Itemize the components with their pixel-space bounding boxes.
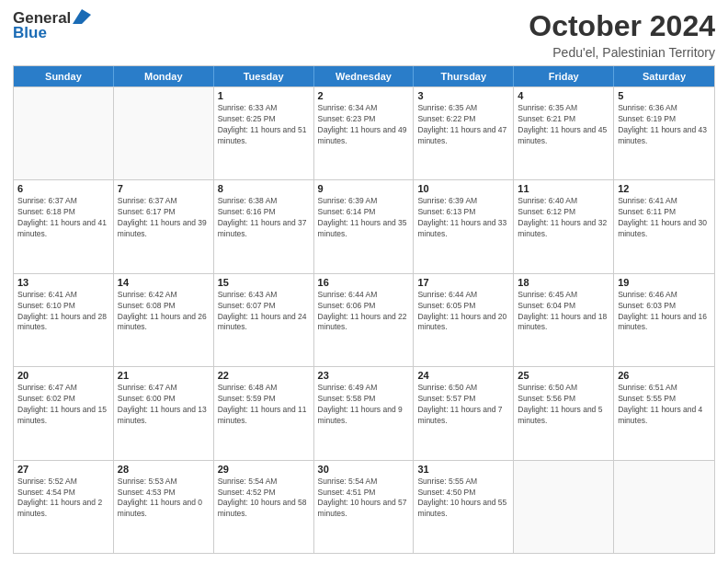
day-info: Sunrise: 6:44 AMSunset: 6:06 PMDaylight:… [318,290,410,334]
calendar-cell: 14Sunrise: 6:42 AMSunset: 6:08 PMDayligh… [114,274,214,366]
day-number: 31 [417,464,509,475]
calendar-week-3: 13Sunrise: 6:41 AMSunset: 6:10 PMDayligh… [14,273,714,366]
day-number: 30 [318,464,410,475]
logo-icon [73,9,91,24]
calendar-cell: 23Sunrise: 6:49 AMSunset: 5:58 PMDayligh… [314,367,415,459]
day-info: Sunrise: 6:39 AMSunset: 6:14 PMDaylight:… [318,196,410,240]
day-info: Sunrise: 6:42 AMSunset: 6:08 PMDaylight:… [118,290,210,334]
calendar-cell: 1Sunrise: 6:33 AMSunset: 6:25 PMDaylight… [214,87,314,179]
svg-marker-0 [73,9,91,24]
calendar-cell: 7Sunrise: 6:37 AMSunset: 6:17 PMDaylight… [114,180,214,272]
calendar-cell: 30Sunrise: 5:54 AMSunset: 4:51 PMDayligh… [314,461,415,553]
calendar-header-sunday: Sunday [14,66,114,86]
calendar-header-monday: Monday [114,66,214,86]
day-info: Sunrise: 6:43 AMSunset: 6:07 PMDaylight:… [218,290,310,334]
calendar-cell: 10Sunrise: 6:39 AMSunset: 6:13 PMDayligh… [414,180,514,272]
location-title: Pedu'el, Palestinian Territory [529,45,715,60]
day-number: 6 [17,183,109,194]
day-info: Sunrise: 6:35 AMSunset: 6:22 PMDaylight:… [417,103,509,147]
day-info: Sunrise: 6:50 AMSunset: 5:56 PMDaylight:… [518,383,609,427]
day-info: Sunrise: 5:53 AMSunset: 4:53 PMDaylight:… [118,477,210,521]
day-number: 11 [518,183,609,194]
day-number: 20 [17,370,109,381]
calendar-cell: 5Sunrise: 6:36 AMSunset: 6:19 PMDaylight… [614,87,714,179]
calendar-cell: 25Sunrise: 6:50 AMSunset: 5:56 PMDayligh… [514,367,614,459]
calendar-week-5: 27Sunrise: 5:52 AMSunset: 4:54 PMDayligh… [14,460,714,553]
calendar-cell: 22Sunrise: 6:48 AMSunset: 5:59 PMDayligh… [214,367,314,459]
day-info: Sunrise: 5:54 AMSunset: 4:51 PMDaylight:… [318,477,410,521]
calendar-header-saturday: Saturday [614,66,714,86]
calendar-cell: 29Sunrise: 5:54 AMSunset: 4:52 PMDayligh… [214,461,314,553]
title-section: October 2024 Pedu'el, Palestinian Territ… [529,9,715,60]
day-info: Sunrise: 6:49 AMSunset: 5:58 PMDaylight:… [318,383,410,427]
calendar-cell [614,461,714,553]
day-info: Sunrise: 6:39 AMSunset: 6:13 PMDaylight:… [417,196,509,240]
calendar-cell: 8Sunrise: 6:38 AMSunset: 6:16 PMDaylight… [214,180,314,272]
day-number: 1 [218,90,310,101]
logo-blue: Blue [13,24,47,42]
day-info: Sunrise: 5:54 AMSunset: 4:52 PMDaylight:… [218,477,310,521]
calendar-cell [114,87,214,179]
calendar-cell: 4Sunrise: 6:35 AMSunset: 6:21 PMDaylight… [514,87,614,179]
calendar-cell: 11Sunrise: 6:40 AMSunset: 6:12 PMDayligh… [514,180,614,272]
day-number: 23 [318,370,410,381]
day-info: Sunrise: 5:52 AMSunset: 4:54 PMDaylight:… [17,477,109,521]
calendar-cell: 15Sunrise: 6:43 AMSunset: 6:07 PMDayligh… [214,274,314,366]
calendar-cell: 18Sunrise: 6:45 AMSunset: 6:04 PMDayligh… [514,274,614,366]
calendar-cell: 21Sunrise: 6:47 AMSunset: 6:00 PMDayligh… [114,367,214,459]
day-number: 27 [17,464,109,475]
calendar-cell: 27Sunrise: 5:52 AMSunset: 4:54 PMDayligh… [14,461,114,553]
calendar-cell [514,461,614,553]
calendar-page: General Blue October 2024 Pedu'el, Pales… [0,0,728,563]
header: General Blue October 2024 Pedu'el, Pales… [13,9,715,60]
day-number: 13 [17,277,109,288]
day-number: 2 [318,90,410,101]
day-info: Sunrise: 6:47 AMSunset: 6:02 PMDaylight:… [17,383,109,427]
day-number: 8 [218,183,310,194]
calendar-cell: 28Sunrise: 5:53 AMSunset: 4:53 PMDayligh… [114,461,214,553]
calendar-header-thursday: Thursday [414,66,514,86]
calendar-cell: 6Sunrise: 6:37 AMSunset: 6:18 PMDaylight… [14,180,114,272]
calendar-header-friday: Friday [514,66,614,86]
calendar-cell: 12Sunrise: 6:41 AMSunset: 6:11 PMDayligh… [614,180,714,272]
calendar-header-tuesday: Tuesday [214,66,314,86]
day-number: 4 [518,90,609,101]
day-number: 3 [417,90,509,101]
day-info: Sunrise: 6:41 AMSunset: 6:11 PMDaylight:… [618,196,711,240]
month-title: October 2024 [529,9,715,43]
calendar-cell: 24Sunrise: 6:50 AMSunset: 5:57 PMDayligh… [414,367,514,459]
calendar-week-1: 1Sunrise: 6:33 AMSunset: 6:25 PMDaylight… [14,86,714,179]
day-info: Sunrise: 6:40 AMSunset: 6:12 PMDaylight:… [518,196,609,240]
calendar-body: 1Sunrise: 6:33 AMSunset: 6:25 PMDaylight… [14,86,714,553]
calendar-cell: 20Sunrise: 6:47 AMSunset: 6:02 PMDayligh… [14,367,114,459]
calendar-cell: 2Sunrise: 6:34 AMSunset: 6:23 PMDaylight… [314,87,415,179]
day-number: 16 [318,277,410,288]
day-number: 12 [618,183,711,194]
calendar: SundayMondayTuesdayWednesdayThursdayFrid… [13,65,715,554]
day-info: Sunrise: 6:37 AMSunset: 6:18 PMDaylight:… [17,196,109,240]
day-number: 26 [618,370,711,381]
day-info: Sunrise: 6:46 AMSunset: 6:03 PMDaylight:… [618,290,711,334]
day-info: Sunrise: 6:48 AMSunset: 5:59 PMDaylight:… [218,383,310,427]
day-number: 19 [618,277,711,288]
day-number: 7 [118,183,210,194]
day-number: 14 [118,277,210,288]
calendar-cell [14,87,114,179]
day-number: 18 [518,277,609,288]
calendar-cell: 16Sunrise: 6:44 AMSunset: 6:06 PMDayligh… [314,274,415,366]
day-number: 15 [218,277,310,288]
calendar-cell: 31Sunrise: 5:55 AMSunset: 4:50 PMDayligh… [414,461,514,553]
calendar-cell: 3Sunrise: 6:35 AMSunset: 6:22 PMDaylight… [414,87,514,179]
day-info: Sunrise: 6:37 AMSunset: 6:17 PMDaylight:… [118,196,210,240]
calendar-cell: 13Sunrise: 6:41 AMSunset: 6:10 PMDayligh… [14,274,114,366]
day-info: Sunrise: 5:55 AMSunset: 4:50 PMDaylight:… [417,477,509,521]
day-info: Sunrise: 6:36 AMSunset: 6:19 PMDaylight:… [618,103,711,147]
calendar-week-4: 20Sunrise: 6:47 AMSunset: 6:02 PMDayligh… [14,366,714,459]
day-number: 21 [118,370,210,381]
day-info: Sunrise: 6:44 AMSunset: 6:05 PMDaylight:… [417,290,509,334]
day-info: Sunrise: 6:50 AMSunset: 5:57 PMDaylight:… [417,383,509,427]
day-number: 29 [218,464,310,475]
day-number: 22 [218,370,310,381]
calendar-header: SundayMondayTuesdayWednesdayThursdayFrid… [14,66,714,86]
day-number: 17 [417,277,509,288]
